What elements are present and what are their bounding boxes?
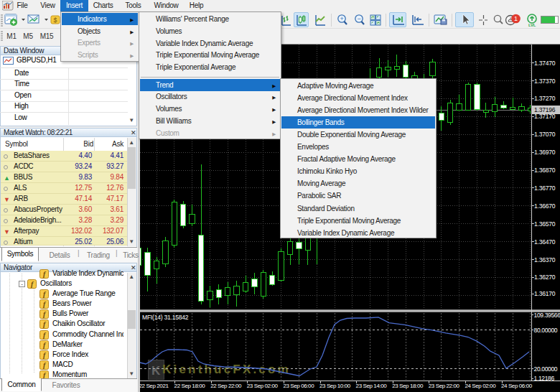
svg-text:K: K xyxy=(151,364,161,378)
svg-text:1.36470: 1.36470 xyxy=(534,238,556,246)
svg-text:1.36670: 1.36670 xyxy=(534,202,556,210)
svg-text:LVL: LVL xyxy=(528,23,536,27)
svg-text:1.36570: 1.36570 xyxy=(534,220,556,228)
svg-text:1.36370: 1.36370 xyxy=(534,256,556,263)
svg-text:1.36870: 1.36870 xyxy=(534,167,556,174)
svg-text:1.37470: 1.37470 xyxy=(534,60,556,67)
svg-text:KienthucFX.com: KienthucFX.com xyxy=(162,363,291,376)
svg-text:22 Sep 22:00: 22 Sep 22:00 xyxy=(210,383,242,389)
svg-text:24 Sep 06:00: 24 Sep 06:00 xyxy=(501,383,533,389)
svg-text:−: − xyxy=(357,15,360,22)
svg-text:109.39566: 109.39566 xyxy=(534,312,560,319)
svg-text:1.37196: 1.37196 xyxy=(534,106,556,113)
svg-text:20.00000: 20.00000 xyxy=(534,365,558,373)
svg-text:23 Sep 18:00: 23 Sep 18:00 xyxy=(392,383,424,389)
svg-text:1: 1 xyxy=(514,15,518,22)
svg-text:MFI(14) 31.15842: MFI(14) 31.15842 xyxy=(142,314,189,321)
svg-text:1.36970: 1.36970 xyxy=(534,149,556,156)
svg-text:23 Sep 06:00: 23 Sep 06:00 xyxy=(283,383,314,389)
svg-text:23 Sep 02:00: 23 Sep 02:00 xyxy=(247,383,279,389)
svg-text:1.37370: 1.37370 xyxy=(534,78,556,85)
svg-text:24 Sep 02:00: 24 Sep 02:00 xyxy=(465,383,496,389)
svg-text:1.37270: 1.37270 xyxy=(534,95,556,102)
svg-text:23 Sep 14:00: 23 Sep 14:00 xyxy=(356,383,388,389)
svg-text:23 Sep 22:00: 23 Sep 22:00 xyxy=(429,383,460,389)
svg-text:$: $ xyxy=(54,17,57,24)
svg-text:23 Sep 10:00: 23 Sep 10:00 xyxy=(319,383,351,389)
svg-text:+: + xyxy=(340,15,343,22)
svg-text:1.36270: 1.36270 xyxy=(534,274,556,281)
svg-text:1.37070: 1.37070 xyxy=(534,131,556,138)
svg-text:1.36770: 1.36770 xyxy=(534,185,556,192)
svg-text:1.36170: 1.36170 xyxy=(534,290,556,297)
svg-text:80.00000: 80.00000 xyxy=(534,327,558,334)
svg-text:1.12186: 1.12186 xyxy=(534,375,555,382)
svg-text:22 Sep 18:00: 22 Sep 18:00 xyxy=(174,383,206,389)
svg-text:22 Sep 2021: 22 Sep 2021 xyxy=(139,383,169,389)
